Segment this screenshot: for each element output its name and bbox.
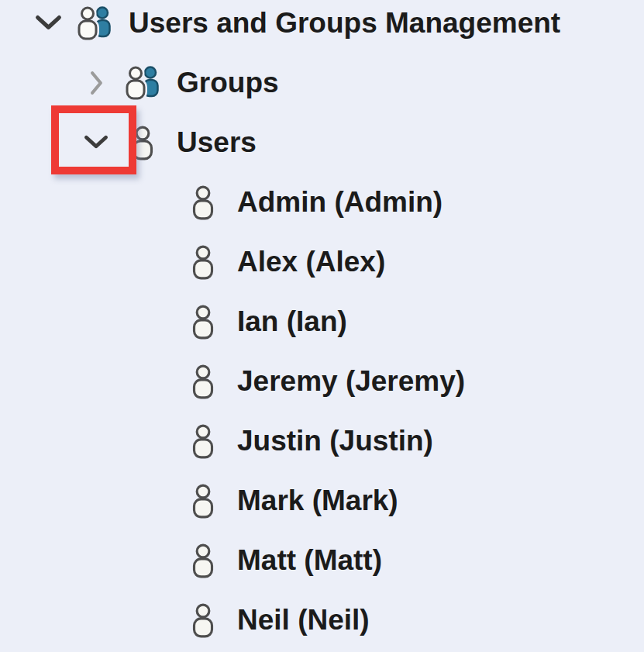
user-icon (180, 182, 226, 223)
tree-item-user[interactable]: Admin (Admin) (0, 172, 644, 232)
tree-item-label: Mark (Mark) (237, 485, 398, 517)
tree-item-label: Admin (Admin) (237, 186, 443, 219)
chevron-down-icon[interactable] (31, 6, 65, 40)
tree-item-label: Matt (Matt) (237, 544, 382, 577)
chevron-spacer (139, 185, 174, 219)
user-icon (180, 600, 226, 640)
tree-item-label: Users (177, 126, 257, 159)
chevron-spacer (139, 424, 174, 458)
tree-item-user[interactable]: Ian (Ian) (0, 292, 644, 351)
chevron-down-icon[interactable] (79, 126, 113, 160)
tree-item-label: Justin (Justin) (237, 425, 433, 457)
tree-item-user[interactable]: Neil (Neil) (0, 590, 644, 650)
tree-item-users-and-groups-management[interactable]: Users and Groups Management (0, 0, 644, 53)
tree-item-user[interactable]: Mark (Mark) (0, 471, 644, 530)
tree-item-label: Alex (Alex) (237, 246, 385, 278)
tree-item-user[interactable]: Justin (Justin) (0, 411, 644, 471)
tree-item-user[interactable]: Matt (Matt) (0, 530, 644, 590)
users-groups-tree: Users and Groups Management Groups (0, 0, 644, 645)
user-icon (180, 302, 226, 342)
tree-item-users[interactable]: Users (0, 112, 644, 172)
tree-item-label: Groups (177, 67, 279, 99)
tree-item-label: Users and Groups Management (129, 7, 560, 40)
tree-item-label: Jeremy (Jeremy) (237, 365, 465, 398)
chevron-spacer (139, 484, 174, 518)
chevron-spacer (139, 603, 174, 637)
chevron-spacer (139, 543, 174, 578)
tree-item-user[interactable]: Jeremy (Jeremy) (0, 351, 644, 411)
group-icon (71, 3, 118, 43)
user-icon (180, 540, 226, 581)
group-icon (119, 63, 166, 103)
user-icon (180, 242, 226, 282)
user-icon (180, 421, 226, 461)
tree-item-label: Neil (Neil) (237, 604, 370, 636)
chevron-spacer (139, 305, 174, 339)
chevron-spacer (139, 364, 174, 398)
tree-item-groups[interactable]: Groups (0, 53, 644, 112)
user-icon (119, 122, 166, 163)
tree-item-label: Ian (Ian) (237, 305, 347, 338)
user-icon (180, 481, 226, 521)
user-icon (180, 361, 226, 402)
chevron-right-icon[interactable] (79, 66, 113, 100)
tree-item-user[interactable]: Alex (Alex) (0, 232, 644, 292)
chevron-spacer (139, 245, 174, 279)
